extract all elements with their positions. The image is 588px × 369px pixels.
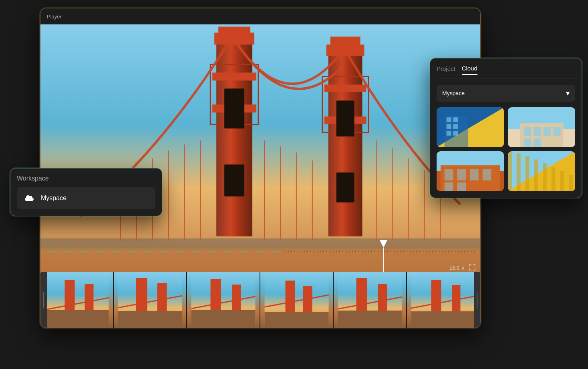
filmstrip xyxy=(40,272,480,328)
svg-rect-85 xyxy=(445,169,453,180)
cloud-dropdown[interactable]: Myspace ▾ xyxy=(437,85,575,102)
filmstrip-frame-4 xyxy=(260,272,334,328)
svg-rect-53 xyxy=(265,312,329,328)
cloud-grid xyxy=(437,107,575,191)
svg-rect-38 xyxy=(45,310,109,328)
svg-rect-1 xyxy=(216,37,252,237)
svg-rect-95 xyxy=(525,156,529,191)
filmstrip-frame-svg-4 xyxy=(260,272,333,328)
svg-rect-43 xyxy=(118,311,182,328)
thumb-svg-3 xyxy=(437,151,504,191)
svg-rect-70 xyxy=(453,124,458,129)
svg-rect-10 xyxy=(324,84,366,92)
svg-rect-78 xyxy=(544,127,551,136)
chevron-down-icon: ▾ xyxy=(566,89,570,98)
aspect-chevron-icon: ∨ xyxy=(461,265,465,271)
filmstrip-frame-svg-3 xyxy=(187,272,260,328)
filmstrip-frame-svg-6 xyxy=(407,272,479,328)
workspace-popup-title: Workspace xyxy=(17,175,155,182)
svg-rect-99 xyxy=(560,171,564,191)
svg-rect-98 xyxy=(552,167,556,191)
svg-rect-63 xyxy=(411,311,475,328)
filmstrip-frame-6 xyxy=(407,272,480,328)
svg-rect-48 xyxy=(191,310,256,328)
scene: Player xyxy=(0,0,588,369)
cloud-panel: Project Cloud Myspace ▾ xyxy=(430,58,582,198)
tab-project[interactable]: Project xyxy=(437,65,455,75)
cloud-thumbnail-2[interactable] xyxy=(508,107,575,147)
svg-rect-13 xyxy=(336,100,354,136)
svg-rect-94 xyxy=(517,154,521,191)
svg-rect-72 xyxy=(453,131,458,136)
playhead-marker xyxy=(383,248,384,272)
handle-line-left xyxy=(43,292,44,308)
workspace-popup: Workspace Myspace xyxy=(10,168,162,216)
svg-rect-87 xyxy=(470,169,479,180)
cloud-thumbnail-1[interactable] xyxy=(437,107,504,147)
svg-rect-97 xyxy=(543,163,547,191)
svg-rect-81 xyxy=(534,138,541,147)
filmstrip-frame-svg-2 xyxy=(114,272,186,328)
cloud-icon xyxy=(23,192,36,205)
filmstrip-frame-3 xyxy=(187,272,260,328)
filmstrip-handle-right[interactable] xyxy=(474,272,480,328)
player-title: Player xyxy=(47,14,62,20)
aspect-ratio-button[interactable]: 16:9 ∨ xyxy=(449,265,465,271)
cloud-thumbnail-3[interactable] xyxy=(437,151,504,191)
filmstrip-frame-5 xyxy=(334,272,407,328)
video-area xyxy=(40,24,480,277)
svg-rect-67 xyxy=(447,117,451,122)
filmstrip-frame-1 xyxy=(40,272,114,328)
workspace-item-myspace[interactable]: Myspace xyxy=(17,187,155,209)
svg-rect-16 xyxy=(330,37,360,47)
bridge-svg xyxy=(40,24,480,277)
svg-rect-8 xyxy=(218,27,250,37)
svg-rect-86 xyxy=(457,169,466,180)
svg-rect-5 xyxy=(224,88,244,128)
fullscreen-button[interactable] xyxy=(468,264,476,272)
thumb-svg-4 xyxy=(508,151,575,191)
svg-rect-80 xyxy=(524,138,531,147)
filmstrip-handle-left[interactable] xyxy=(40,272,47,328)
cloud-thumbnail-4[interactable] xyxy=(508,151,575,191)
player-title-bar: Player xyxy=(40,8,480,24)
svg-rect-96 xyxy=(534,159,538,191)
svg-rect-77 xyxy=(534,127,541,136)
svg-rect-93 xyxy=(508,152,512,191)
svg-rect-89 xyxy=(445,182,453,191)
workspace-item-label: Myspace xyxy=(41,195,66,202)
svg-rect-69 xyxy=(447,124,451,129)
svg-rect-68 xyxy=(453,117,458,122)
filmstrip-frame-svg-5 xyxy=(334,272,406,328)
cloud-svg-icon xyxy=(24,193,35,203)
svg-rect-14 xyxy=(336,172,354,203)
cloud-panel-tabs: Project Cloud xyxy=(437,65,575,78)
aspect-ratio-label: 16:9 xyxy=(449,265,459,271)
svg-rect-6 xyxy=(224,164,244,197)
filmstrip-frame-2 xyxy=(114,272,187,328)
svg-rect-90 xyxy=(457,182,466,191)
svg-rect-100 xyxy=(569,175,573,191)
cloud-dropdown-label: Myspace xyxy=(442,90,465,96)
svg-rect-58 xyxy=(338,311,402,328)
svg-rect-76 xyxy=(524,127,531,136)
thumb-svg-2 xyxy=(508,107,575,147)
filmstrip-frame-svg-1 xyxy=(40,272,113,328)
svg-rect-79 xyxy=(554,127,561,136)
tab-cloud[interactable]: Cloud xyxy=(462,65,477,75)
svg-rect-88 xyxy=(483,169,491,180)
controls-bar: 16:9 ∨ xyxy=(449,264,476,272)
fullscreen-icon xyxy=(469,264,476,271)
playhead[interactable] xyxy=(40,248,480,272)
svg-rect-71 xyxy=(447,131,451,136)
svg-rect-2 xyxy=(212,72,256,80)
thumb-svg-1 xyxy=(437,107,504,147)
handle-line-right xyxy=(477,292,477,308)
